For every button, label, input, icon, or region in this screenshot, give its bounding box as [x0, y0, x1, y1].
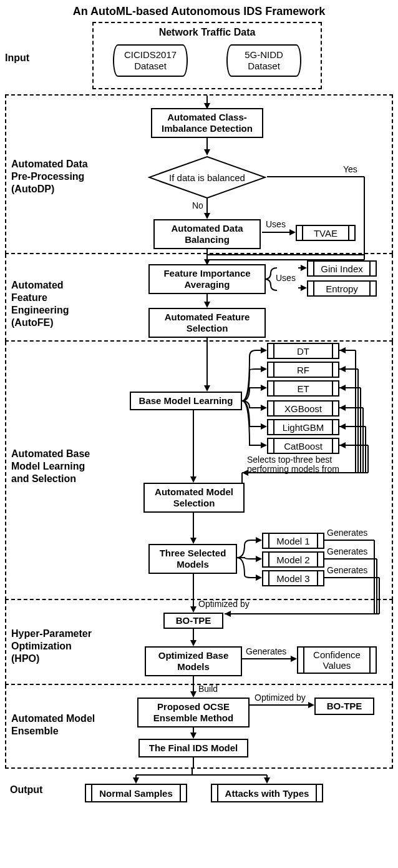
hpo-label: Hyper-Parameter Optimization (HPO) [11, 628, 97, 665]
botpe2: BO-TPE [314, 698, 374, 715]
input-label: Input [5, 52, 91, 64]
optby2: Optimized by [255, 693, 306, 703]
svg-marker-41 [339, 366, 346, 372]
svg-marker-33 [261, 405, 267, 411]
gini-box: Gini Index [307, 260, 377, 277]
svg-marker-67 [256, 556, 262, 562]
svg-marker-78 [190, 606, 197, 613]
svg-marker-85 [225, 611, 231, 617]
model-xgboost: XGBoost [267, 400, 339, 417]
svg-marker-18 [204, 302, 210, 308]
svg-marker-27 [261, 347, 267, 353]
gen2: Generates [327, 546, 367, 556]
svg-marker-87 [291, 656, 297, 662]
model-catboost: CatBoost [267, 438, 339, 454]
autodp-label: Automated Data Pre-Processing (AutoDP) [11, 158, 97, 195]
model-dt: DT [267, 343, 339, 359]
svg-marker-31 [261, 385, 267, 391]
optby1: Optimized by [198, 599, 250, 609]
ocse-method: Proposed OCSE Ensemble Method [137, 698, 250, 727]
svg-marker-63 [190, 538, 197, 544]
svg-marker-99 [133, 777, 139, 784]
botpe1: BO-TPE [163, 613, 223, 629]
entropy-box: Entropy [307, 280, 377, 297]
framework-title: An AutoML-based Autonomous IDS Framework [5, 5, 393, 18]
model-lightgbm: LightGBM [267, 419, 339, 435]
attacks-types: Attacks with Types [211, 784, 323, 802]
uses-label-1: Uses [266, 219, 286, 229]
svg-marker-20 [301, 265, 307, 271]
svg-marker-94 [308, 702, 314, 708]
auto-feature-select: Automated Feature Selection [148, 308, 266, 338]
model-rf: RF [267, 362, 339, 378]
dataset-5gnidd: 5G-NIDD Dataset [226, 44, 301, 77]
svg-marker-47 [339, 423, 346, 430]
model-et: ET [267, 380, 339, 397]
svg-marker-3 [204, 149, 210, 155]
svg-marker-90 [190, 691, 197, 698]
model2: Model 2 [262, 551, 324, 568]
class-imbalance-detection: Automated Class-Imbalance Detection [151, 108, 263, 138]
svg-marker-61 [190, 476, 197, 483]
autofe-label: Automated Feature Engineering (AutoFE) [11, 279, 97, 329]
basemodel-label: Automated Base Model Learning and Select… [11, 448, 97, 485]
optimized-base-models: Optimized Base Models [145, 646, 242, 676]
gen1: Generates [327, 528, 367, 538]
output-label: Output [10, 784, 96, 796]
svg-marker-29 [261, 366, 267, 372]
svg-marker-9 [289, 229, 296, 235]
ensemble-label: Automated Model Ensemble [11, 713, 97, 737]
svg-marker-35 [261, 423, 267, 430]
base-model-learning: Base Model Learning [130, 392, 242, 410]
automated-data-balancing: Automated Data Balancing [153, 219, 261, 249]
svg-marker-101 [264, 777, 270, 784]
gen4: Generates [246, 646, 286, 656]
balance-decision: If data is balanced [148, 155, 266, 199]
svg-marker-92 [190, 732, 197, 739]
input-group-title: Network Traffic Data [94, 27, 321, 38]
yes-label: Yes [343, 164, 357, 174]
confidence-values: Confidence Values [297, 646, 377, 674]
model3: Model 3 [262, 570, 324, 586]
three-selected-models: Three Selected Models [148, 544, 237, 574]
svg-marker-25 [204, 385, 210, 392]
normal-samples: Normal Samples [85, 784, 187, 802]
svg-marker-39 [339, 347, 346, 353]
final-ids-model: The Final IDS Model [138, 739, 248, 757]
feature-importance-avg: Feature Importance Averaging [148, 264, 266, 294]
svg-marker-65 [256, 537, 262, 543]
tvae-box: TVAE [296, 225, 356, 241]
no-label: No [192, 200, 203, 210]
dataset-cicids: CICIDS2017 Dataset [113, 44, 188, 77]
svg-marker-45 [339, 405, 346, 411]
selects-note: Selects top-three best performing models… [247, 455, 372, 475]
build-label: Build [198, 684, 218, 694]
svg-marker-49 [339, 442, 346, 448]
svg-marker-22 [301, 285, 307, 291]
auto-model-selection: Automated Model Selection [143, 483, 245, 513]
svg-marker-69 [256, 575, 262, 581]
svg-marker-37 [261, 442, 267, 448]
model1: Model 1 [262, 533, 324, 549]
svg-marker-80 [190, 640, 197, 646]
uses-label-2: Uses [276, 273, 296, 283]
svg-marker-5 [204, 213, 210, 219]
svg-marker-43 [339, 385, 346, 391]
gen3: Generates [327, 565, 367, 575]
